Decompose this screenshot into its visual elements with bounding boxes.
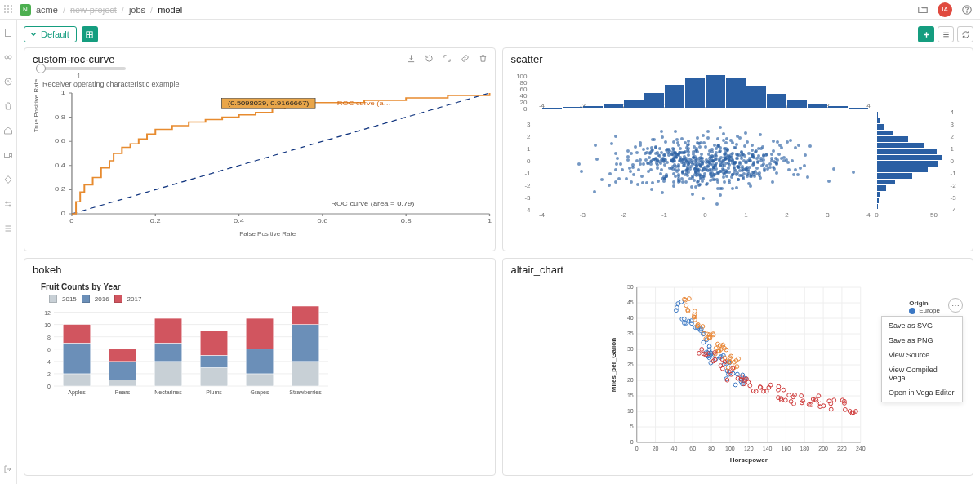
breadcrumb-jobs[interactable]: jobs xyxy=(129,5,145,15)
rail-doc-icon[interactable] xyxy=(2,26,15,39)
trash-icon[interactable] xyxy=(479,53,488,63)
svg-text:ROC curve (area = 0.79): ROC curve (area = 0.79) xyxy=(331,201,415,207)
bokeh-chart: 2015 2016 2017 024681012ApplesPearsNecta… xyxy=(38,295,332,401)
layout-lock-button[interactable] xyxy=(82,26,98,42)
svg-text:Miles_per_Gallon: Miles_per_Gallon xyxy=(609,338,617,392)
panel-scatter: scatter -4-4-3-3-2-2-1-10011223344-4-3-2… xyxy=(502,47,974,251)
menu-save-png[interactable]: Save as PNG xyxy=(882,333,962,348)
refresh-icon xyxy=(961,30,970,39)
chart-title: Fruit Counts by Year xyxy=(41,282,488,291)
svg-text:40: 40 xyxy=(626,315,633,321)
rail-home-icon[interactable] xyxy=(2,124,15,137)
svg-text:10: 10 xyxy=(44,322,51,328)
frame-slider[interactable]: 1 xyxy=(36,67,488,80)
grid-lock-icon xyxy=(85,30,94,39)
svg-text:0.4: 0.4 xyxy=(234,218,244,224)
svg-text:0.6: 0.6 xyxy=(55,138,65,144)
svg-point-268 xyxy=(782,388,786,392)
expand-icon[interactable] xyxy=(443,53,452,63)
svg-text:20: 20 xyxy=(626,377,633,383)
svg-point-190 xyxy=(693,309,697,313)
svg-text:200: 200 xyxy=(818,446,828,451)
menu-save-svg[interactable]: Save as SVG xyxy=(882,318,962,333)
svg-point-274 xyxy=(791,402,795,406)
view-selector[interactable]: Default xyxy=(24,26,77,42)
svg-point-4 xyxy=(8,56,11,59)
svg-text:Plums: Plums xyxy=(206,389,222,395)
link-icon[interactable] xyxy=(461,53,470,63)
svg-point-1 xyxy=(967,11,968,12)
roc-chart: True Positive Rate 00.20.40.60.8100.20.4… xyxy=(39,90,496,229)
breadcrumb-acme[interactable]: acme xyxy=(36,5,58,15)
panel-tools xyxy=(407,53,488,63)
panel-roc: custom-roc-curve 1 Receiver operating ch… xyxy=(24,47,496,251)
panel-title: altair_chart xyxy=(511,264,967,276)
menu-view-vega[interactable]: View Compiled Vega xyxy=(882,362,962,385)
menu-open-vega-editor[interactable]: Open in Vega Editor xyxy=(882,385,962,400)
help-icon[interactable] xyxy=(960,3,973,16)
workspace-badge[interactable]: N xyxy=(20,4,31,16)
svg-text:4: 4 xyxy=(47,359,51,365)
svg-text:30: 30 xyxy=(626,346,633,352)
breadcrumb-project[interactable]: new-project xyxy=(70,5,117,15)
svg-text:0: 0 xyxy=(635,446,638,451)
chart-options-button[interactable]: ⋯ xyxy=(948,298,963,313)
svg-text:0: 0 xyxy=(61,211,66,217)
svg-point-234 xyxy=(697,351,701,355)
svg-rect-72 xyxy=(246,349,274,374)
svg-point-267 xyxy=(783,398,787,402)
svg-point-185 xyxy=(684,304,688,308)
list-view-button[interactable] xyxy=(938,26,954,42)
svg-rect-65 xyxy=(154,318,182,343)
svg-text:Apples: Apples xyxy=(68,389,86,396)
breadcrumb-model[interactable]: model xyxy=(158,5,182,15)
rail-clock-icon[interactable] xyxy=(2,75,15,88)
svg-rect-60 xyxy=(109,362,136,380)
svg-rect-76 xyxy=(292,325,319,362)
drag-handle-icon[interactable] xyxy=(3,4,15,16)
svg-text:0: 0 xyxy=(630,439,633,445)
svg-point-186 xyxy=(687,297,691,301)
rail-trash-icon[interactable] xyxy=(2,100,15,113)
svg-text:35: 35 xyxy=(626,331,633,336)
rail-list-icon[interactable] xyxy=(2,222,15,235)
svg-text:10: 10 xyxy=(626,408,633,414)
svg-text:220: 220 xyxy=(837,446,847,451)
svg-text:Grapes: Grapes xyxy=(251,389,270,396)
panel-altair: altair_chart 020406080100120140160180200… xyxy=(502,258,974,476)
breadcrumb-separator: / xyxy=(63,5,65,15)
svg-text:1: 1 xyxy=(61,90,66,96)
panel-toolbar: Default xyxy=(24,26,973,42)
download-icon[interactable] xyxy=(407,53,416,63)
menu-view-source[interactable]: View Source xyxy=(882,348,962,362)
workspace: Default custom-roc-curve xyxy=(17,20,980,484)
rail-diamond-icon[interactable] xyxy=(2,173,15,186)
svg-text:2: 2 xyxy=(47,371,51,377)
chevron-down-icon xyxy=(29,30,38,38)
svg-rect-56 xyxy=(63,343,91,374)
legend-item: 2017 xyxy=(127,295,142,303)
legend-item: 2016 xyxy=(95,295,109,303)
svg-rect-75 xyxy=(292,362,319,386)
svg-text:60: 60 xyxy=(689,446,696,451)
svg-text:5: 5 xyxy=(630,424,633,429)
svg-text:15: 15 xyxy=(626,393,633,398)
svg-rect-55 xyxy=(63,374,91,386)
rail-link-icon[interactable] xyxy=(2,51,15,64)
reload-icon[interactable] xyxy=(425,53,434,63)
svg-text:100: 100 xyxy=(725,446,735,451)
slider-value: 1 xyxy=(77,72,81,80)
rail-video-icon[interactable] xyxy=(2,149,15,162)
svg-point-134 xyxy=(675,302,679,306)
rail-logout-icon[interactable] xyxy=(2,463,15,476)
add-panel-button[interactable] xyxy=(918,26,934,42)
svg-text:25: 25 xyxy=(626,362,633,367)
svg-text:120: 120 xyxy=(743,446,753,451)
avatar[interactable]: IA xyxy=(938,2,952,17)
svg-text:ROC curve (a…: ROC curve (a… xyxy=(337,100,391,107)
refresh-button[interactable] xyxy=(957,26,973,42)
svg-text:0: 0 xyxy=(69,218,74,224)
rail-sliders-icon[interactable] xyxy=(2,198,15,211)
svg-rect-61 xyxy=(109,349,136,362)
folder-icon[interactable] xyxy=(916,3,929,16)
